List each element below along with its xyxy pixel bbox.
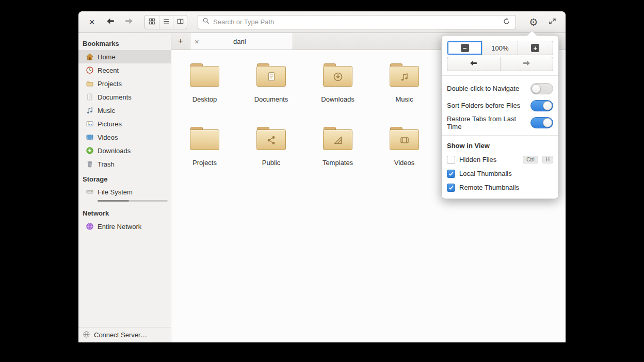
network-globe-icon bbox=[86, 222, 94, 231]
sidebar-item-label: Entire Network bbox=[98, 223, 141, 231]
undo-button[interactable] bbox=[447, 57, 500, 71]
sidebar-item-trash[interactable]: Trash bbox=[78, 157, 171, 171]
desktop-background: × bbox=[0, 0, 644, 362]
folder-desktop[interactable]: Desktop bbox=[176, 63, 233, 103]
sidebar-item-label: Music bbox=[98, 107, 115, 114]
sidebar-item-label: Projects bbox=[98, 80, 122, 88]
file-label: Public bbox=[262, 159, 280, 167]
back-button[interactable] bbox=[103, 15, 118, 29]
download-emblem-icon bbox=[332, 71, 344, 83]
sidebar-item-file-system[interactable]: File System bbox=[78, 186, 171, 205]
folder-public[interactable]: Public bbox=[243, 127, 300, 167]
sidebar-item-label: Home bbox=[98, 53, 116, 61]
download-icon bbox=[86, 146, 94, 155]
close-icon: × bbox=[89, 17, 94, 27]
setting-row-sort-folders: Sort Folders before Files bbox=[447, 97, 553, 114]
restore-tabs-toggle[interactable] bbox=[530, 117, 553, 128]
folder-icon bbox=[256, 63, 286, 87]
sidebar-item-recent[interactable]: Recent bbox=[78, 63, 171, 77]
grid-view-icon bbox=[148, 18, 156, 27]
hidden-files-checkbox[interactable] bbox=[447, 156, 455, 164]
sidebar-item-projects[interactable]: Projects bbox=[78, 77, 171, 90]
view-switcher bbox=[144, 15, 187, 29]
list-view-button[interactable] bbox=[159, 15, 173, 29]
new-tab-button[interactable]: + bbox=[171, 33, 190, 50]
folder-music[interactable]: Music bbox=[376, 63, 433, 103]
settings-popover: − 100% + bbox=[441, 35, 559, 199]
sidebar-item-label: Recent bbox=[98, 67, 119, 74]
refresh-icon bbox=[503, 18, 510, 27]
setting-label: Hidden Files bbox=[459, 156, 496, 163]
separator bbox=[442, 135, 558, 136]
sidebar-item-label: Pictures bbox=[98, 120, 122, 128]
redo-button[interactable] bbox=[500, 57, 553, 71]
local-thumbnails-checkbox[interactable] bbox=[447, 170, 455, 178]
sort-folders-toggle[interactable] bbox=[530, 100, 553, 111]
file-label: Projects bbox=[192, 159, 217, 167]
tab-dani[interactable]: × dani bbox=[190, 33, 293, 50]
remote-thumbnails-checkbox[interactable] bbox=[447, 184, 455, 192]
forward-button[interactable] bbox=[122, 15, 136, 29]
zoom-out-button[interactable]: − bbox=[447, 41, 482, 55]
search-input[interactable] bbox=[213, 18, 498, 26]
column-view-icon bbox=[176, 18, 184, 27]
zoom-in-button[interactable]: + bbox=[518, 41, 553, 55]
folder-videos[interactable]: Videos bbox=[376, 127, 433, 167]
harddrive-icon bbox=[86, 188, 94, 196]
sidebar-item-entire-network[interactable]: Entire Network bbox=[78, 220, 171, 233]
setting-label: Restore Tabs from Last Time bbox=[447, 115, 530, 130]
window-close-button[interactable]: × bbox=[85, 15, 99, 29]
film-icon bbox=[86, 133, 94, 141]
zoom-level: 100% bbox=[482, 41, 517, 55]
sidebar-item-documents[interactable]: Documents bbox=[78, 90, 171, 104]
sidebar-item-pictures[interactable]: Pictures bbox=[78, 117, 171, 130]
document-icon bbox=[86, 93, 94, 101]
shortcut-key-h: H bbox=[542, 156, 553, 163]
recent-clock-icon bbox=[86, 66, 94, 74]
music-note-icon bbox=[86, 106, 94, 114]
file-label: Videos bbox=[394, 159, 415, 167]
grid-view-button[interactable] bbox=[145, 15, 159, 29]
column-view-button[interactable] bbox=[173, 15, 187, 29]
separator bbox=[442, 75, 558, 76]
folder-downloads[interactable]: Downloads bbox=[310, 63, 366, 103]
setting-label: Local Thumbnails bbox=[459, 170, 512, 177]
setting-row-double-click: Double-click to Navigate bbox=[447, 80, 553, 97]
folder-projects[interactable]: Projects bbox=[176, 127, 233, 167]
tab-label: dani bbox=[199, 38, 280, 45]
files-window: × bbox=[78, 11, 566, 342]
sidebar-section-network: Network bbox=[78, 205, 171, 220]
sidebar: Bookmarks Home Recent bbox=[78, 33, 171, 342]
trash-icon bbox=[86, 160, 94, 168]
connect-server-label: Connect Server… bbox=[94, 331, 147, 339]
sidebar-section-bookmarks: Bookmarks bbox=[78, 35, 171, 50]
sidebar-item-videos[interactable]: Videos bbox=[78, 130, 171, 144]
sidebar-item-label: File System bbox=[98, 188, 133, 196]
show-in-view-header: Show in View bbox=[447, 140, 553, 153]
zoom-control: − 100% + bbox=[447, 41, 553, 55]
sidebar-item-downloads[interactable]: Downloads bbox=[78, 144, 171, 157]
setting-row-remote-thumbnails: Remote Thumbnails bbox=[447, 180, 553, 194]
tab-close-icon[interactable]: × bbox=[195, 38, 199, 45]
sidebar-section-storage: Storage bbox=[78, 171, 171, 186]
settings-menu-button[interactable]: ⚙ bbox=[526, 15, 541, 29]
refresh-button[interactable] bbox=[501, 17, 511, 27]
server-globe-icon bbox=[83, 331, 90, 340]
search-icon bbox=[202, 17, 210, 27]
double-click-toggle[interactable] bbox=[530, 83, 553, 94]
connect-server-button[interactable]: Connect Server… bbox=[78, 327, 171, 342]
folder-templates[interactable]: Templates bbox=[310, 127, 366, 167]
setting-label: Double-click to Navigate bbox=[447, 85, 519, 92]
document-emblem-icon bbox=[266, 71, 277, 83]
sidebar-item-home[interactable]: Home bbox=[78, 50, 171, 63]
folder-icon bbox=[190, 63, 220, 87]
fullscreen-button[interactable] bbox=[545, 15, 559, 29]
sidebar-item-music[interactable]: Music bbox=[78, 104, 171, 117]
music-emblem-icon bbox=[399, 71, 410, 83]
disk-usage-fill bbox=[98, 200, 129, 202]
folder-documents[interactable]: Documents bbox=[243, 63, 300, 103]
zoom-out-icon: − bbox=[461, 44, 469, 52]
file-label: Documents bbox=[254, 95, 288, 103]
shortcut-key-ctrl: Ctrl bbox=[523, 156, 538, 163]
setting-row-hidden-files: Hidden Files Ctrl H bbox=[447, 153, 553, 167]
